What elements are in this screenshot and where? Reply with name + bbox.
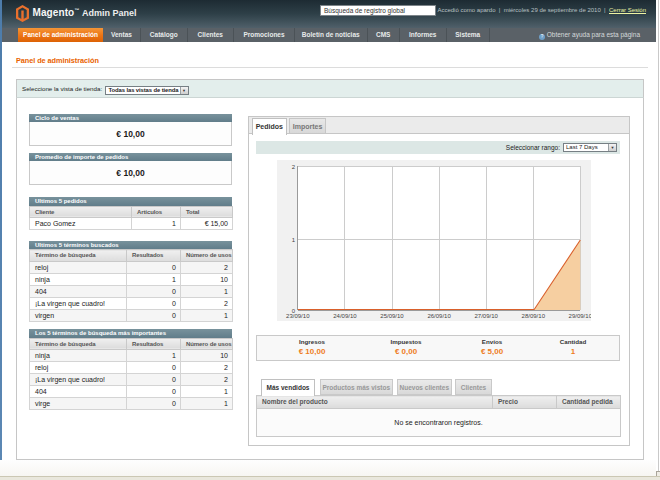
svg-text:29/09/10: 29/09/10 (569, 313, 591, 319)
svg-text:24/09/10: 24/09/10 (333, 313, 357, 319)
svg-text:25/09/10: 25/09/10 (380, 313, 404, 319)
svg-text:28/09/10: 28/09/10 (522, 313, 546, 319)
svg-text:27/09/10: 27/09/10 (475, 313, 499, 319)
svg-text:23/09/10: 23/09/10 (286, 313, 310, 319)
svg-text:26/09/10: 26/09/10 (427, 313, 451, 319)
